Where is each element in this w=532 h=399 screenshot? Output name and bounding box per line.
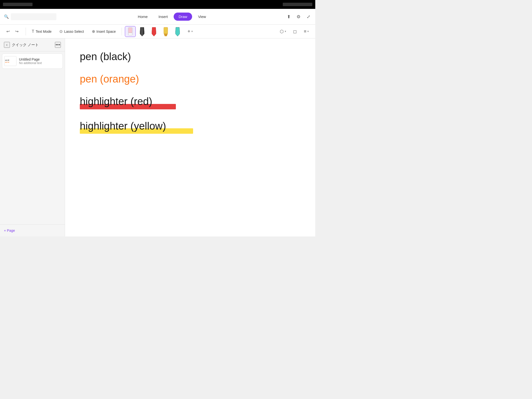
sidebar: ‹ クイック ノート ••• pen (bl pen (or Untitled … xyxy=(0,38,65,236)
pen-teal-icon xyxy=(175,27,180,36)
svg-marker-5 xyxy=(152,27,156,36)
pen-orange-text: pen (orange) xyxy=(80,71,300,87)
search-area: 🔍 xyxy=(4,13,58,20)
pen-black-tool[interactable] xyxy=(137,26,148,37)
sidebar-footer: + Page xyxy=(0,224,65,236)
canvas-line-1: pen (black) xyxy=(80,48,300,65)
title-bar-left xyxy=(3,3,33,6)
page-thumbnail: pen (bl pen (or xyxy=(4,56,17,66)
highlighter-yellow-text: highlighter (yellow) xyxy=(80,118,300,134)
sidebar-title-wrap: ‹ クイック ノート xyxy=(4,42,39,48)
pen-red-icon xyxy=(152,27,156,36)
eraser-tool[interactable] xyxy=(125,26,136,37)
highlighter-red-label: highlighter (red) xyxy=(80,96,152,107)
shapes-icon: ⬡ xyxy=(280,29,284,34)
search-input[interactable] xyxy=(11,13,56,20)
svg-marker-9 xyxy=(175,27,180,36)
insert-space-label: Insert Space xyxy=(97,30,116,33)
sidebar-title: クイック ノート xyxy=(12,43,39,47)
add-page-button[interactable]: + Page xyxy=(4,228,15,233)
share-icon[interactable]: ⬆ xyxy=(286,14,292,20)
highlighter-yellow-icon xyxy=(163,27,168,36)
lasso-select-button[interactable]: ⊙ Lasso Select xyxy=(56,28,87,35)
page-name: Untitled Page xyxy=(19,57,61,61)
list-item[interactable]: pen (bl pen (or Untitled Page No additio… xyxy=(2,53,63,69)
pen-black-text: pen (black) xyxy=(80,48,300,65)
dropdown-arrow-icon: ▾ xyxy=(191,30,193,33)
tab-home[interactable]: Home xyxy=(133,13,153,21)
svg-rect-6 xyxy=(164,27,168,34)
settings-icon[interactable]: ⚙ xyxy=(296,14,301,20)
nav-actions: ⬆ ⚙ ⤢ xyxy=(286,14,311,20)
svg-marker-4 xyxy=(140,27,144,36)
lasso-select-label: Lasso Select xyxy=(64,30,84,33)
pen-red-tool[interactable] xyxy=(149,26,159,37)
canvas-content: pen (black) pen (orange) highlighter (re… xyxy=(65,38,315,236)
format-icon: ≡ xyxy=(304,29,306,34)
sidebar-back-button[interactable]: ‹ xyxy=(4,42,10,48)
shapes-dropdown-icon: ▾ xyxy=(285,30,286,33)
page-subtext: No additional text xyxy=(19,61,61,65)
text-mode-button[interactable]: T Text Mode xyxy=(29,28,54,35)
more-tools-button[interactable]: + ▾ xyxy=(185,27,195,36)
highlighter-yellow-label: highlighter (yellow) xyxy=(80,120,166,132)
highlighter-red-text: highlighter (red) xyxy=(80,93,300,110)
main-layout: ‹ クイック ノート ••• pen (bl pen (or Untitled … xyxy=(0,38,315,236)
format-button[interactable]: ≡ ▾ xyxy=(301,27,311,35)
sticker-icon: ◻ xyxy=(293,29,297,34)
text-mode-icon: T xyxy=(32,29,34,34)
eraser-icon xyxy=(128,27,133,36)
plus-icon: + xyxy=(187,29,190,34)
svg-rect-0 xyxy=(128,28,132,33)
thumb-line-1: pen (bl xyxy=(5,59,16,61)
shapes-button[interactable]: ⬡ ▾ xyxy=(277,27,289,36)
format-dropdown-icon: ▾ xyxy=(307,30,309,33)
tab-draw[interactable]: Draw xyxy=(174,13,192,21)
undo-redo-group: ↩ ↪ xyxy=(4,28,21,35)
sidebar-header: ‹ クイック ノート ••• xyxy=(0,38,65,51)
canvas-area[interactable]: pen (black) pen (orange) highlighter (re… xyxy=(65,38,315,236)
text-mode-label: Text Mode xyxy=(36,30,52,33)
tab-insert[interactable]: Insert xyxy=(154,13,173,21)
expand-icon[interactable]: ⤢ xyxy=(305,14,311,20)
sidebar-pages: pen (bl pen (or Untitled Page No additio… xyxy=(0,51,65,224)
thumb-line-2: pen (or xyxy=(5,61,16,63)
drawing-tools xyxy=(125,26,183,37)
nav-bar: 🔍 Home Insert Draw View ⬆ ⚙ ⤢ xyxy=(0,9,315,25)
canvas-line-4: highlighter (yellow) xyxy=(80,118,300,134)
pen-black-icon xyxy=(140,27,144,36)
sidebar-more-button[interactable]: ••• xyxy=(55,42,61,48)
toolbar-divider-1 xyxy=(26,28,26,35)
title-bar xyxy=(0,0,315,9)
toolbar-divider-2 xyxy=(122,28,122,35)
highlighter-yellow-tool[interactable] xyxy=(160,26,171,37)
svg-rect-1 xyxy=(128,33,132,35)
sticker-button[interactable]: ◻ xyxy=(291,27,299,36)
nav-tabs: Home Insert Draw View xyxy=(61,13,283,21)
svg-marker-7 xyxy=(164,34,168,36)
page-info: Untitled Page No additional text xyxy=(19,57,61,65)
title-bar-right xyxy=(283,3,312,6)
tab-view[interactable]: View xyxy=(193,13,211,21)
insert-space-icon: ⊕ xyxy=(92,29,95,34)
undo-button[interactable]: ↩ xyxy=(4,28,12,35)
toolbar-right: ⬡ ▾ ◻ ≡ ▾ xyxy=(277,27,311,36)
canvas-line-2: pen (orange) xyxy=(80,71,300,87)
insert-space-button[interactable]: ⊕ Insert Space xyxy=(89,28,119,35)
redo-button[interactable]: ↪ xyxy=(13,28,21,35)
search-icon: 🔍 xyxy=(4,14,9,19)
toolbar: ↩ ↪ T Text Mode ⊙ Lasso Select ⊕ Insert … xyxy=(0,25,315,38)
canvas-line-3: highlighter (red) xyxy=(80,93,300,110)
pen-teal-tool[interactable] xyxy=(172,26,183,37)
lasso-icon: ⊙ xyxy=(59,29,63,34)
